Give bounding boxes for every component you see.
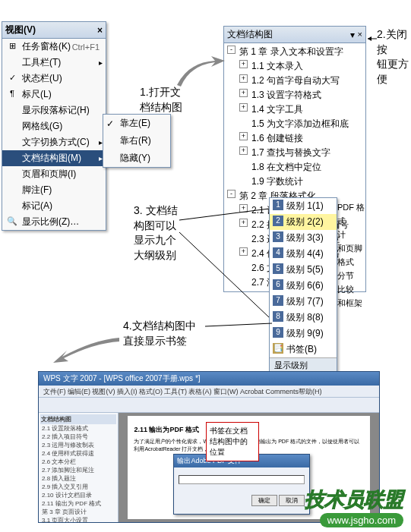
pdf-export-dialog[interactable]: 输出Adobe PDF 文件 确定 取消 xyxy=(173,454,310,515)
menu-icon xyxy=(5,121,19,133)
tree-node[interactable]: +1.7 查找与替换文字 xyxy=(226,146,364,160)
level-item[interactable]: 6级别 6(6) xyxy=(270,278,337,294)
tree-toggle[interactable]: + xyxy=(239,103,248,112)
tree-node[interactable]: 1.9 字数统计 xyxy=(226,175,364,189)
tree-node[interactable]: +1.1 文本录入 xyxy=(226,59,364,74)
menu-icon: ⊞ xyxy=(5,41,19,53)
tree-toggle[interactable]: + xyxy=(239,146,248,155)
bookmark-callout: 书签在文档结构图中的位置 xyxy=(206,422,259,461)
menu-item[interactable]: ¶标尺(L) xyxy=(2,87,106,102)
level-menu-footer: 显示级别 xyxy=(270,357,337,373)
tree-toggle[interactable]: + xyxy=(239,132,248,140)
menu-item[interactable]: ✓状态栏(U) xyxy=(2,71,106,87)
level-item[interactable]: 5级别 5(5) xyxy=(270,262,337,278)
menu-icon xyxy=(5,105,19,117)
view-menu-title: 视图(V) × xyxy=(2,22,106,39)
level-item[interactable]: 7级别 7(7) xyxy=(270,294,337,310)
side-item[interactable]: 2.7 添加脚注和尾注 xyxy=(40,466,116,474)
side-item[interactable]: 2.2 插入项目符号 xyxy=(40,433,116,441)
menu-item[interactable]: 脚注(F) xyxy=(2,182,106,198)
menu-item[interactable]: 工具栏(T)▸ xyxy=(2,55,106,71)
menu-icon xyxy=(5,57,19,69)
dialog-input[interactable] xyxy=(179,475,305,484)
level-item[interactable]: 4级别 4(4) xyxy=(270,246,337,262)
menu-item[interactable]: ⊞任务窗格(K)Ctrl+F1 xyxy=(2,39,106,55)
menu-icon xyxy=(5,184,19,197)
tree-toggle[interactable]: - xyxy=(227,190,236,198)
annotation-4: 4.文档结构图中直接显示书签 xyxy=(123,319,196,348)
wps-titlebar: WPS 文字 2007 - [WPS office 2007手册.wps *] xyxy=(39,372,379,386)
side-item[interactable]: 2.8 插入题注 xyxy=(40,474,116,483)
menu-icon xyxy=(5,200,19,212)
doc-panel-titlebar: 文档结构图 ▾× xyxy=(224,27,365,43)
wps-menubar[interactable]: 文件(F) 编辑(E) 视图(V) 插入(I) 格式(O) 工具(T) 表格(A… xyxy=(39,386,379,398)
menu-icon: ¶ xyxy=(5,89,19,101)
dialog-ok-button[interactable]: 确定 xyxy=(251,495,277,506)
side-item[interactable]: 2.9 插入交叉引用 xyxy=(40,483,116,491)
side-item[interactable]: 2.1 设置段落格式 xyxy=(40,424,116,433)
watermark: 技术员联盟 www.jsgho.com xyxy=(305,486,403,527)
submenu-item[interactable]: 隐藏(Y) xyxy=(103,150,170,167)
svg-line-1 xyxy=(179,232,269,317)
level-item[interactable]: 📑书签(B) xyxy=(270,342,337,357)
wps-doc-map[interactable]: 文档结构图2.1 设置段落格式2.2 插入项目符号2.3 运用与修改制表2.4 … xyxy=(39,413,119,522)
menu-item[interactable]: 文字切换方式(C)▸ xyxy=(2,134,106,150)
menu-item[interactable]: 🔍显示比例(Z)… xyxy=(2,214,106,230)
svg-line-2 xyxy=(205,323,272,326)
side-item[interactable]: 2.3 运用与修改制表 xyxy=(40,441,116,449)
menu-item[interactable]: 页眉和页脚(I) xyxy=(2,166,106,182)
view-menu: 视图(V) × ⊞任务窗格(K)Ctrl+F1工具栏(T)▸✓状态栏(U)¶标尺… xyxy=(2,21,106,231)
arrow-1 xyxy=(173,55,226,93)
side-item[interactable]: 2.11 输出为 PDF 格式 xyxy=(40,499,116,508)
tree-peek: PDF 格式计和页脚格式分节比较和框架 xyxy=(337,200,366,310)
level-item[interactable]: 3级别 3(3) xyxy=(270,230,337,246)
menu-icon xyxy=(5,168,19,181)
docmap-submenu: ✓靠左(E)靠右(R)隐藏(Y) xyxy=(103,114,171,168)
menu-item[interactable]: 显示段落标记(H) xyxy=(2,102,106,118)
dropdown-icon[interactable]: ▾ xyxy=(350,30,355,40)
tree-toggle[interactable]: + xyxy=(239,60,248,68)
menu-item[interactable]: 网格线(G) xyxy=(2,118,106,134)
arrow-down xyxy=(40,334,123,372)
level-item[interactable]: 1级别 1(1) xyxy=(270,198,337,214)
side-item[interactable]: 2.10 设计文档目录 xyxy=(40,491,116,499)
wps-toolbar[interactable] xyxy=(39,398,379,413)
side-item[interactable]: 第 3 章 页面设计 xyxy=(40,508,116,516)
dialog-cancel-button[interactable]: 取消 xyxy=(279,495,305,506)
side-item[interactable]: 2.6 文本分栏 xyxy=(40,458,116,466)
menu-icon: ✓ xyxy=(5,73,19,85)
svg-marker-4 xyxy=(368,36,371,41)
tree-toggle[interactable]: + xyxy=(239,74,248,83)
submenu-item[interactable]: ✓靠左(E) xyxy=(103,115,170,132)
arrow-4 xyxy=(205,319,273,342)
tree-node[interactable]: +1.4 文字工具 xyxy=(226,102,364,117)
level-item[interactable]: 8级别 8(8) xyxy=(270,310,337,326)
tree-toggle[interactable]: - xyxy=(227,46,236,54)
tree-node[interactable]: 1.5 为文字添加边框和底 xyxy=(226,117,364,131)
menu-icon xyxy=(5,153,19,165)
arrow-3b xyxy=(179,228,270,319)
annotation-2: 2.关闭按钮更方便 xyxy=(377,27,411,87)
menu-icon xyxy=(5,137,19,149)
svg-line-0 xyxy=(179,209,269,220)
annotation-3: 3. 文档结构图可以显示九个大纲级别 xyxy=(134,203,178,263)
tree-node[interactable]: +1.2 句首字母自动大写 xyxy=(226,74,364,88)
arrow-2 xyxy=(368,33,378,44)
side-item[interactable]: 2.4 使用样式获得速 xyxy=(40,449,116,458)
menu-close-icon[interactable]: × xyxy=(97,25,103,36)
tree-toggle[interactable]: + xyxy=(239,89,248,97)
menu-item[interactable]: 文档结构图(M)▸ xyxy=(2,150,106,166)
level-menu: 1级别 1(1)2级别 2(2)3级别 3(3)4级别 4(4)5级别 5(5)… xyxy=(269,197,337,373)
submenu-item[interactable]: 靠右(R) xyxy=(103,132,170,150)
tree-node[interactable]: +1.3 设置字符格式 xyxy=(226,88,364,102)
tree-node[interactable]: +1.6 创建链接 xyxy=(226,131,364,146)
level-item[interactable]: 9级别 9(9) xyxy=(270,326,337,342)
menu-item[interactable]: 标记(A) xyxy=(2,198,106,214)
tree-node[interactable]: -第 1 章 录入文本和设置字 xyxy=(226,45,364,59)
level-item[interactable]: 2级别 2(2) xyxy=(270,214,337,230)
close-icon[interactable]: × xyxy=(358,30,362,40)
menu-icon: 🔍 xyxy=(5,216,19,228)
side-item[interactable]: 3.1 页面大小设置 xyxy=(40,516,116,522)
tree-node[interactable]: 1.8 在文档中定位 xyxy=(226,160,364,175)
